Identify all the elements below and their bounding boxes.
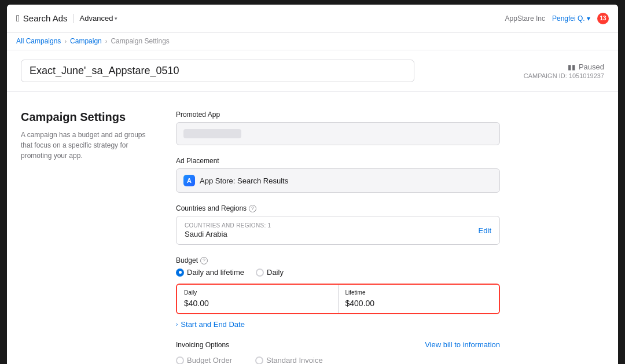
status-label: Paused xyxy=(579,62,604,71)
campaign-name-bar: ▮▮ Paused CAMPAIGN ID: 1051019237 xyxy=(7,50,618,92)
settings-title: Campaign Settings xyxy=(21,111,148,124)
invoicing-label: Invoicing Options xyxy=(176,341,229,349)
budget-order-option[interactable]: Budget Order xyxy=(176,356,232,364)
app-placeholder xyxy=(183,129,241,138)
radio-standard-invoice xyxy=(255,356,263,365)
advanced-label: Advanced xyxy=(80,14,113,23)
start-end-date-toggle[interactable]: › Start and End Date xyxy=(176,320,500,329)
daily-sublabel: Daily xyxy=(184,289,331,296)
promoted-app-box xyxy=(176,122,500,145)
settings-form: Promoted App Ad Placement A App Store: S… xyxy=(176,111,500,364)
pause-icon: ▮▮ xyxy=(568,63,576,71)
breadcrumb: All Campaigns › Campaign › Campaign Sett… xyxy=(7,32,618,50)
radio-budget-order xyxy=(176,356,184,365)
countries-box: COUNTRIES AND REGIONS: 1 Saudi Arabia Ed… xyxy=(176,216,500,245)
edit-countries-button[interactable]: Edit xyxy=(479,226,491,235)
settings-body: Campaign Settings A campaign has a budge… xyxy=(7,92,618,364)
nav-right: AppStare Inc Pengfei Q. ▾ 13 xyxy=(505,13,609,24)
ad-placement-group: Ad Placement A App Store: Search Results xyxy=(176,157,500,193)
placement-text: App Store: Search Results xyxy=(200,177,288,185)
daily-budget-input[interactable] xyxy=(184,299,331,308)
view-bill-link[interactable]: View bill to information xyxy=(425,340,500,349)
settings-sidebar: Campaign Settings A campaign has a budge… xyxy=(21,111,148,364)
budget-option-daily[interactable]: Daily xyxy=(256,268,284,277)
main-content: ▮▮ Paused CAMPAIGN ID: 1051019237 Campai… xyxy=(7,50,618,364)
breadcrumb-sep-1: › xyxy=(64,38,67,45)
budget-group: Budget ? Daily and lifetime Daily xyxy=(176,256,500,329)
budget-options: Daily and lifetime Daily xyxy=(176,268,500,277)
invoicing-header: Invoicing Options View bill to informati… xyxy=(176,340,500,349)
app-store-icon: A xyxy=(183,175,195,186)
lifetime-sublabel: Lifetime xyxy=(345,289,492,296)
settings-desc: A campaign has a budget and ad groups th… xyxy=(21,130,148,161)
budget-option-daily-lifetime[interactable]: Daily and lifetime xyxy=(176,268,244,277)
breadcrumb-campaign[interactable]: Campaign xyxy=(70,37,102,45)
invoicing-group: Invoicing Options View bill to informati… xyxy=(176,340,500,364)
ad-placement-box: A App Store: Search Results xyxy=(176,168,500,193)
lifetime-budget-input[interactable] xyxy=(345,299,492,308)
radio-daily-lifetime xyxy=(176,269,184,277)
top-nav:  Search Ads Advanced ▾ AppStare Inc Pen… xyxy=(7,5,618,32)
budget-inputs-container: Daily Lifetime xyxy=(176,284,500,314)
invoice-options: Budget Order Standard Invoice xyxy=(176,356,500,364)
breadcrumb-sep-2: › xyxy=(105,38,108,45)
advanced-menu[interactable]: Advanced ▾ xyxy=(80,14,118,23)
ad-placement-label: Ad Placement xyxy=(176,157,500,165)
apple-logo-icon:  xyxy=(16,13,20,24)
user-menu[interactable]: Pengfei Q. ▾ xyxy=(552,14,590,23)
campaign-id: CAMPAIGN ID: 1051019237 xyxy=(524,72,604,79)
status-paused: ▮▮ Paused xyxy=(524,62,604,71)
countries-label: Countries and Regions ? xyxy=(176,204,500,212)
nav-divider xyxy=(73,14,74,23)
countries-info: COUNTRIES AND REGIONS: 1 Saudi Arabia xyxy=(185,222,271,238)
lifetime-budget-group: Lifetime xyxy=(339,285,499,313)
brand-name: Search Ads xyxy=(23,13,68,23)
nav-left:  Search Ads Advanced ▾ xyxy=(16,13,117,24)
budget-info-icon[interactable]: ? xyxy=(200,257,208,264)
promoted-app-group: Promoted App xyxy=(176,111,500,145)
campaign-name-input[interactable] xyxy=(21,60,414,82)
screen:  Search Ads Advanced ▾ AppStare Inc Pen… xyxy=(7,5,618,364)
radio-daily xyxy=(256,269,264,277)
appstore-inc-label: AppStare Inc xyxy=(505,14,545,23)
breadcrumb-current: Campaign Settings xyxy=(111,37,169,45)
chevron-down-icon: ▾ xyxy=(115,16,117,21)
countries-count: COUNTRIES AND REGIONS: 1 xyxy=(185,222,271,229)
notification-badge[interactable]: 13 xyxy=(597,13,609,24)
budget-label: Budget ? xyxy=(176,256,500,264)
daily-budget-group: Daily xyxy=(177,285,339,313)
countries-value: Saudi Arabia xyxy=(185,230,271,238)
campaign-status: ▮▮ Paused CAMPAIGN ID: 1051019237 xyxy=(524,62,604,79)
countries-info-icon[interactable]: ? xyxy=(249,205,256,212)
breadcrumb-all-campaigns[interactable]: All Campaigns xyxy=(16,37,61,45)
standard-invoice-option[interactable]: Standard Invoice xyxy=(255,356,323,364)
promoted-app-label: Promoted App xyxy=(176,111,500,119)
countries-group: Countries and Regions ? COUNTRIES AND RE… xyxy=(176,204,500,245)
chevron-right-icon: › xyxy=(176,321,178,328)
